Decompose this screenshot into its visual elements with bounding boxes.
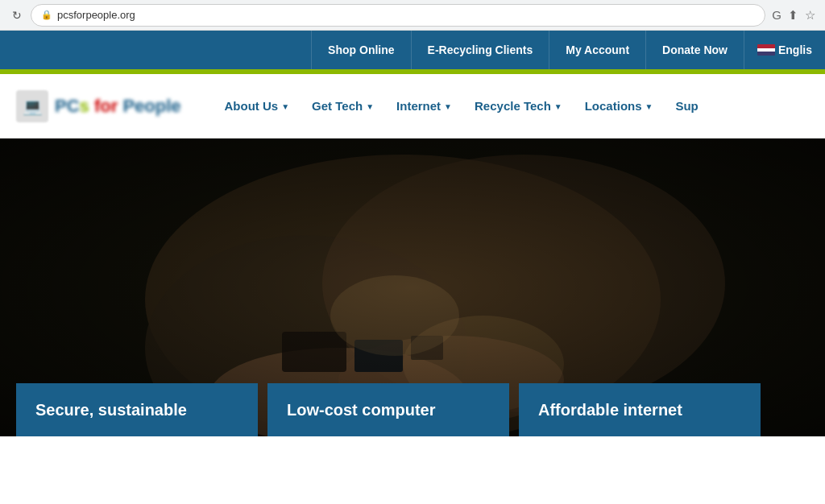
nav-locations[interactable]: Locations ▼ [574, 74, 665, 138]
recycle-tech-label: Recycle Tech [475, 99, 551, 113]
language-label: Englis [778, 43, 812, 56]
hero-section: Secure, sustainable Low-cost computer Af… [0, 138, 825, 436]
main-nav-links: About Us ▼ Get Tech ▼ Internet ▼ Recycle… [214, 74, 809, 138]
main-nav: 💻 PCs for People About Us ▼ Get Tech ▼ I… [0, 74, 825, 138]
get-tech-label: Get Tech [312, 99, 363, 113]
shop-online-label: Shop Online [328, 43, 394, 56]
refresh-icon: ↻ [12, 9, 22, 22]
donate-now-label: Donate Now [662, 43, 728, 56]
nav-get-tech[interactable]: Get Tech ▼ [301, 74, 385, 138]
locations-chevron: ▼ [645, 102, 653, 111]
about-us-label: About Us [225, 99, 279, 113]
top-nav-shop-online[interactable]: Shop Online [311, 31, 410, 69]
top-nav: Shop Online E-Recycling Clients My Accou… [0, 31, 825, 69]
hero-card-internet-title: Affordable internet [538, 399, 741, 420]
top-nav-e-recycling[interactable]: E-Recycling Clients [411, 31, 549, 69]
recycle-tech-chevron: ▼ [554, 102, 562, 111]
hero-cards: Secure, sustainable Low-cost computer Af… [0, 383, 825, 436]
nav-recycle-tech[interactable]: Recycle Tech ▼ [463, 74, 574, 138]
language-selector[interactable]: Englis [744, 31, 825, 69]
hero-card-secure-title: Secure, sustainable [35, 399, 238, 420]
address-bar[interactable]: 🔒 pcsforpeople.org [31, 4, 765, 27]
top-nav-donate-now[interactable]: Donate Now [645, 31, 744, 69]
nav-internet[interactable]: Internet ▼ [385, 74, 463, 138]
e-recycling-label: E-Recycling Clients [428, 43, 533, 56]
bookmark-icon[interactable]: ☆ [805, 8, 815, 23]
about-us-chevron: ▼ [281, 102, 289, 111]
logo[interactable]: 💻 PCs for People [16, 90, 181, 122]
lock-icon: 🔒 [41, 10, 52, 20]
hero-card-lowcost: Low-cost computer [267, 383, 509, 436]
refresh-button[interactable]: ↻ [10, 8, 24, 23]
browser-actions: G ⬆ ☆ [772, 8, 815, 23]
url-text: pcsforpeople.org [57, 9, 135, 21]
locations-label: Locations [585, 99, 642, 113]
top-nav-my-account[interactable]: My Account [549, 31, 645, 69]
google-icon[interactable]: G [772, 8, 781, 22]
get-tech-chevron: ▼ [366, 102, 374, 111]
my-account-label: My Account [566, 43, 629, 56]
logo-text: PCs for People [55, 96, 181, 117]
nav-about-us[interactable]: About Us ▼ [214, 74, 301, 138]
internet-chevron: ▼ [444, 102, 452, 111]
browser-chrome: ↻ 🔒 pcsforpeople.org G ⬆ ☆ [0, 0, 825, 31]
hero-card-internet: Affordable internet [519, 383, 761, 436]
support-label: Sup [675, 99, 698, 113]
share-icon[interactable]: ⬆ [788, 8, 798, 23]
internet-label: Internet [396, 99, 441, 113]
nav-support[interactable]: Sup [664, 74, 709, 138]
hero-card-lowcost-title: Low-cost computer [287, 399, 490, 420]
us-flag-icon [757, 44, 775, 56]
hero-card-secure: Secure, sustainable [16, 383, 258, 436]
logo-icon: 💻 [16, 90, 48, 122]
